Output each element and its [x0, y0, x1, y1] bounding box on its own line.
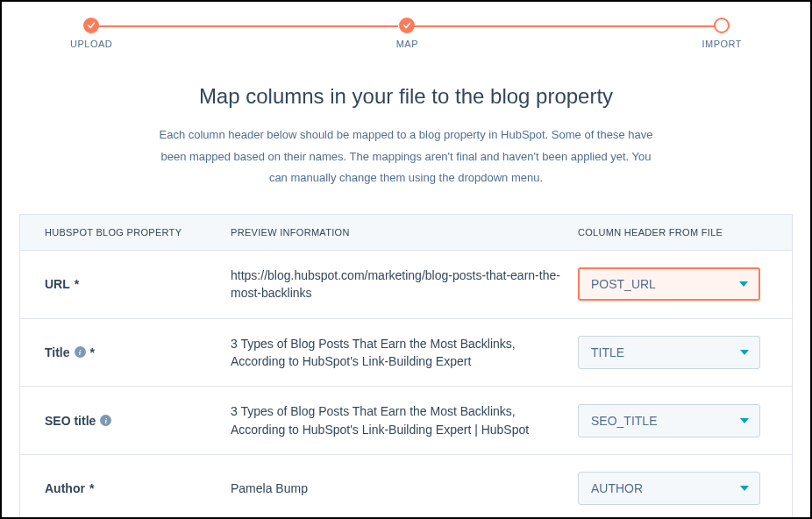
property-name: Title — [45, 345, 70, 359]
stepper-line — [89, 25, 398, 27]
table-row: URL * https://blog.hubspot.com/marketing… — [20, 251, 792, 319]
property-label: SEO title i — [45, 414, 213, 428]
circle-icon — [714, 18, 730, 33]
chevron-down-icon — [740, 350, 749, 355]
info-icon[interactable]: i — [75, 346, 86, 358]
column-select[interactable]: SEO_TITLE — [578, 404, 760, 437]
page-title: Map columns in your file to the blog pro… — [19, 84, 793, 109]
check-icon — [83, 18, 99, 33]
table-row: Author * Pamela Bump AUTHOR — [20, 455, 792, 519]
required-indicator: * — [89, 481, 94, 495]
header-preview: PREVIEW INFORMATION — [213, 227, 578, 238]
step-map[interactable]: MAP — [396, 18, 418, 49]
step-label: IMPORT — [702, 39, 742, 49]
step-label: UPLOAD — [70, 39, 112, 49]
preview-text: 3 Types of Blog Posts That Earn the Most… — [231, 402, 560, 438]
chevron-down-icon — [740, 486, 749, 491]
preview-text: https://blog.hubspot.com/marketing/blog-… — [231, 267, 560, 302]
property-name: URL — [45, 277, 70, 291]
column-select[interactable]: POST_URL — [578, 267, 760, 301]
step-upload[interactable]: UPLOAD — [70, 18, 112, 49]
property-label: URL * — [45, 277, 213, 291]
table-header: HUBSPOT BLOG PROPERTY PREVIEW INFORMATIO… — [20, 215, 792, 251]
header-column: COLUMN HEADER FROM FILE — [578, 227, 792, 238]
step-label: MAP — [396, 39, 418, 49]
chevron-down-icon — [740, 418, 749, 423]
preview-text: Pamela Bump — [231, 480, 560, 497]
check-icon — [399, 18, 415, 33]
preview-text: 3 Types of Blog Posts That Earn the Most… — [231, 335, 560, 371]
property-name: SEO title — [45, 414, 96, 428]
wizard-stepper: UPLOAD MAP IMPORT — [2, 2, 810, 49]
select-value: TITLE — [591, 345, 624, 359]
select-value: AUTHOR — [591, 481, 643, 495]
column-select[interactable]: AUTHOR — [578, 472, 760, 505]
table-row: Title i * 3 Types of Blog Posts That Ear… — [20, 319, 792, 387]
property-label: Author * — [45, 481, 213, 495]
info-icon[interactable]: i — [100, 415, 111, 426]
property-label: Title i * — [45, 345, 213, 359]
mapping-table: HUBSPOT BLOG PROPERTY PREVIEW INFORMATIO… — [19, 214, 793, 519]
required-indicator: * — [75, 277, 79, 291]
required-indicator: * — [90, 345, 95, 359]
chevron-down-icon — [739, 281, 748, 287]
table-row: SEO title i 3 Types of Blog Posts That E… — [20, 387, 792, 455]
select-value: SEO_TITLE — [591, 414, 657, 428]
select-value: POST_URL — [591, 277, 656, 291]
column-select[interactable]: TITLE — [578, 336, 760, 369]
property-name: Author — [45, 481, 85, 495]
stepper-line — [414, 25, 723, 27]
header-property: HUBSPOT BLOG PROPERTY — [20, 227, 213, 238]
step-import[interactable]: IMPORT — [702, 18, 742, 49]
page-description: Each column header below should be mappe… — [156, 124, 656, 189]
